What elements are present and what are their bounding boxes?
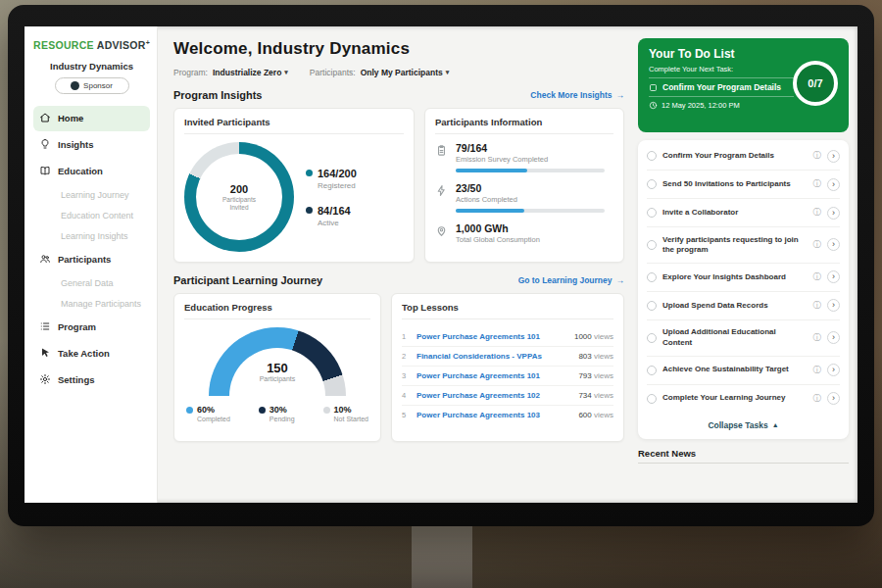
chevron-right-icon[interactable]: › bbox=[827, 364, 840, 376]
task-checkbox[interactable] bbox=[647, 333, 657, 343]
chevron-right-icon[interactable]: › bbox=[827, 150, 840, 163]
sidebar-item-education-content[interactable]: Education Content bbox=[33, 206, 150, 225]
home-icon bbox=[39, 112, 51, 125]
completed-label: Completed bbox=[197, 416, 230, 422]
not-started-label: Not Started bbox=[334, 416, 368, 422]
sidebar-nav: Home Insights Education Learning Journey… bbox=[33, 106, 150, 393]
lesson-link[interactable]: Power Purchase Agreements 102 bbox=[416, 391, 571, 400]
chevron-right-icon[interactable]: › bbox=[827, 178, 840, 191]
chevron-right-icon[interactable]: › bbox=[827, 331, 840, 344]
monitor-bezel: RESOURCE ADVISOR+ Industry Dynamics Spon… bbox=[8, 5, 874, 526]
participants-information-card: Participants Information 79/164 Emission… bbox=[424, 108, 624, 263]
task-checkbox[interactable] bbox=[647, 240, 657, 250]
todo-task[interactable]: Upload Spend Data Records ⓘ › bbox=[647, 292, 840, 320]
lesson-link[interactable]: Power Purchase Agreements 101 bbox=[416, 371, 571, 380]
sidebar-item-label: Home bbox=[58, 113, 83, 123]
collapse-label: Collapse Tasks bbox=[708, 420, 767, 430]
todo-task[interactable]: Invite a Collaborator ⓘ › bbox=[647, 199, 840, 227]
sponsor-badge[interactable]: Sponsor bbox=[55, 77, 129, 94]
app-logo: RESOURCE ADVISOR+ bbox=[33, 38, 150, 51]
sponsor-icon bbox=[71, 81, 79, 90]
todo-task[interactable]: Explore Your Insights Dashboard ⓘ › bbox=[647, 264, 840, 292]
next-task-row[interactable]: Confirm Your Program Details bbox=[649, 77, 794, 97]
legend-item-registered: 164/200 Registered bbox=[306, 168, 357, 190]
sidebar-item-insights[interactable]: Insights bbox=[33, 132, 150, 158]
info-icon: ⓘ bbox=[813, 300, 822, 312]
stat-value: 1,000 GWh bbox=[456, 222, 540, 234]
progress-fill bbox=[456, 209, 524, 213]
lesson-link[interactable]: Power Purchase Agreements 101 bbox=[416, 332, 567, 341]
todo-task[interactable]: Send 50 Invitations to Participants ⓘ › bbox=[647, 171, 840, 199]
todo-task[interactable]: Confirm Your Program Details ⓘ › bbox=[647, 142, 840, 171]
task-label: Complete Your Learning Journey bbox=[662, 393, 808, 403]
sidebar-item-program[interactable]: Program bbox=[33, 315, 150, 340]
lesson-link[interactable]: Financial Considerations - VPPAs bbox=[416, 352, 571, 361]
task-label: Send 50 Invitations to Participants bbox=[662, 179, 808, 189]
task-checkbox[interactable] bbox=[647, 394, 657, 404]
invited-donut-chart: 200 Participants Invited bbox=[184, 142, 294, 252]
section-title: Program Insights bbox=[173, 89, 262, 101]
lesson-link[interactable]: Power Purchase Agreements 103 bbox=[416, 411, 571, 419]
sidebar-item-take-action[interactable]: Take Action bbox=[33, 341, 150, 367]
active-label: Active bbox=[318, 219, 357, 227]
arrow-right-icon: → bbox=[616, 90, 625, 100]
legend-item-not-started: 10% Not Started bbox=[323, 405, 368, 422]
lesson-rank: 2 bbox=[402, 352, 410, 361]
chevron-right-icon[interactable]: › bbox=[827, 299, 840, 312]
card-title: Education Progress bbox=[184, 302, 370, 319]
program-select[interactable]: Industrialize Zero ▾ bbox=[213, 68, 288, 77]
participants-icon bbox=[39, 253, 51, 267]
todo-task[interactable]: Verify participants requesting to join t… bbox=[647, 227, 840, 264]
sidebar-item-participants[interactable]: Participants bbox=[33, 247, 150, 272]
todo-task[interactable]: Complete Your Learning Journey ⓘ › bbox=[647, 385, 840, 413]
task-checkbox[interactable] bbox=[647, 208, 657, 218]
todo-task[interactable]: Upload Additional Educational Content ⓘ … bbox=[647, 320, 840, 357]
task-checkbox[interactable] bbox=[647, 179, 657, 189]
learning-cards-row: Education Progress 150 Participants 60% bbox=[173, 293, 624, 442]
completed-dot bbox=[186, 407, 193, 414]
logo-plus: + bbox=[146, 38, 150, 45]
chevron-right-icon[interactable]: › bbox=[827, 392, 840, 405]
registered-label: Registered bbox=[318, 181, 357, 190]
insights-icon bbox=[39, 138, 51, 152]
sidebar-item-settings[interactable]: Settings bbox=[33, 368, 150, 393]
chevron-right-icon[interactable]: › bbox=[827, 238, 840, 251]
education-gauge-chart: 150 Participants bbox=[209, 327, 346, 398]
check-more-insights-link[interactable]: Check More Insights → bbox=[530, 90, 624, 100]
task-checkbox[interactable] bbox=[647, 151, 657, 161]
todo-task[interactable]: Achieve One Sustainability Target ⓘ › bbox=[647, 357, 840, 385]
task-label: Confirm Your Program Details bbox=[662, 151, 808, 161]
sidebar-item-label: Settings bbox=[58, 374, 94, 385]
participants-filter-label: Participants: bbox=[310, 68, 356, 77]
stat-emission-survey: 79/164 Emission Survey Completed bbox=[435, 142, 613, 172]
go-to-learning-journey-link[interactable]: Go to Learning Journey → bbox=[518, 275, 624, 285]
card-title: Top Lessons bbox=[402, 302, 613, 319]
sidebar-item-education[interactable]: Education bbox=[33, 159, 150, 184]
task-checkbox[interactable] bbox=[647, 366, 657, 375]
chevron-down-icon: ▾ bbox=[446, 69, 450, 76]
task-checkbox[interactable] bbox=[647, 272, 657, 282]
page-title: Welcome, Industry Dynamics bbox=[173, 39, 624, 59]
sidebar-item-manage-participants[interactable]: Manage Participants bbox=[33, 294, 150, 314]
sidebar-item-home[interactable]: Home bbox=[33, 106, 150, 131]
collapse-tasks-button[interactable]: Collapse Tasks ▲ bbox=[647, 413, 840, 437]
sidebar: RESOURCE ADVISOR+ Industry Dynamics Spon… bbox=[24, 26, 158, 503]
chevron-right-icon[interactable]: › bbox=[827, 270, 840, 283]
sidebar-item-general-data[interactable]: General Data bbox=[33, 273, 150, 293]
lesson-row: 5 Power Purchase Agreements 103 600 view… bbox=[402, 406, 613, 424]
legend-item-active: 84/164 Active bbox=[306, 205, 357, 227]
program-insights-header: Program Insights Check More Insights → bbox=[173, 89, 624, 101]
task-checkbox[interactable] bbox=[647, 301, 657, 311]
sidebar-item-learning-journey[interactable]: Learning Journey bbox=[33, 185, 150, 205]
sidebar-item-learning-insights[interactable]: Learning Insights bbox=[33, 226, 150, 246]
legend-item-pending: 30% Pending bbox=[259, 405, 295, 422]
participants-select[interactable]: Only My Participants ▾ bbox=[361, 68, 450, 77]
sponsor-badge-label: Sponsor bbox=[83, 81, 113, 90]
chevron-right-icon[interactable]: › bbox=[827, 207, 840, 220]
recent-news-section: Recent News bbox=[638, 448, 849, 464]
donut-center-value: 200 bbox=[230, 183, 248, 195]
completed-value: 60% bbox=[197, 405, 215, 415]
sidebar-item-label: Manage Participants bbox=[61, 299, 141, 309]
info-icon: ⓘ bbox=[813, 239, 822, 251]
program-icon bbox=[39, 320, 51, 334]
